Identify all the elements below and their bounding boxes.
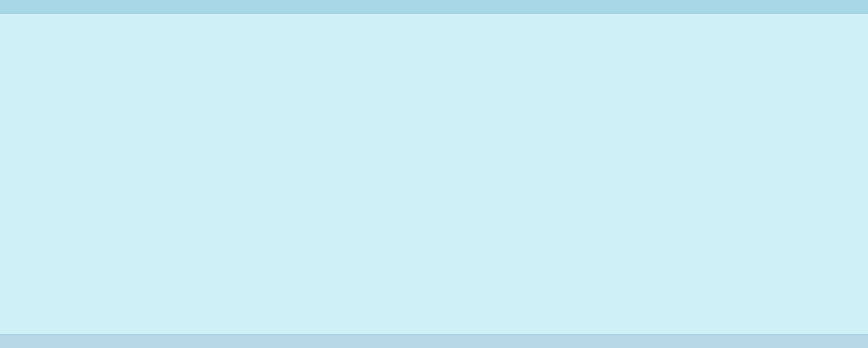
tab-bar	[0, 0, 868, 14]
code-lines	[0, 14, 868, 334]
status-bar	[0, 334, 868, 348]
code-area	[0, 14, 868, 334]
